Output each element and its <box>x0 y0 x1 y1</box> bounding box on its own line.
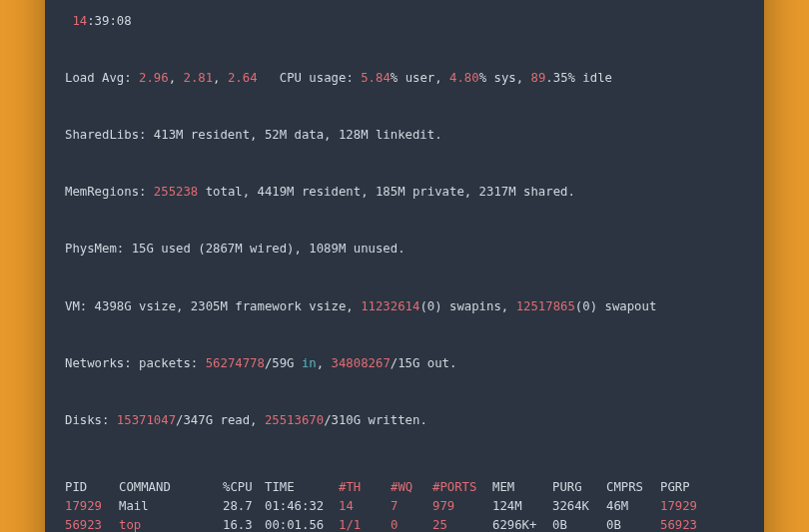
process-table-body: 17929Mail28.701:46:32147979124M3264K46M1… <box>65 497 744 532</box>
summary-block: Processes: 646 total, 2 running, 644 sle… <box>65 0 744 468</box>
cell-ports: 25 <box>432 516 488 532</box>
networks-line: Networks: packets: 56274778/59G in, 3480… <box>65 354 744 373</box>
cell-wq: 0 <box>391 516 428 532</box>
col-cmprs[interactable]: CMPRS <box>606 478 656 497</box>
cell-pgrp: 56923 <box>660 516 706 532</box>
cell-wq: 7 <box>391 497 428 516</box>
col-pgrp[interactable]: PGRP <box>660 478 706 497</box>
cell-mem: 6296K+ <box>492 516 548 532</box>
cell-cpu: 16.3 <box>223 516 261 532</box>
col-purg[interactable]: PURG <box>552 478 602 497</box>
cell-pgrp: 17929 <box>660 497 706 516</box>
cell-mem: 124M <box>492 497 548 516</box>
col-ports[interactable]: #PORTS <box>432 478 488 497</box>
cell-th: 14 <box>339 497 387 516</box>
col-wq[interactable]: #WQ <box>391 478 428 497</box>
cell-purg: 0B <box>552 516 602 532</box>
physmem-line: PhysMem: 15G used (2867M wired), 1089M u… <box>65 240 744 259</box>
cell-command: Mail <box>119 497 219 516</box>
table-row[interactable]: 17929Mail28.701:46:32147979124M3264K46M1… <box>65 497 744 516</box>
cell-cmprs: 0B <box>606 516 656 532</box>
cell-time: 00:01.56 <box>265 516 335 532</box>
col-time[interactable]: TIME <box>265 478 335 497</box>
cell-th: 1/1 <box>339 516 387 532</box>
load-line: Load Avg: 2.96, 2.81, 2.64 CPU usage: 5.… <box>65 69 744 88</box>
time-line: 14:39:08 <box>65 12 744 31</box>
col-th[interactable]: #TH <box>339 478 387 497</box>
col-pid[interactable]: PID <box>65 478 115 497</box>
vm-line: VM: 4398G vsize, 2305M framework vsize, … <box>65 297 744 316</box>
cell-purg: 3264K <box>552 497 602 516</box>
terminal-window: Processes: 646 total, 2 running, 644 sle… <box>45 0 764 532</box>
cell-pid: 17929 <box>65 497 115 516</box>
col-mem[interactable]: MEM <box>492 478 548 497</box>
process-table-header: PID COMMAND %CPU TIME #TH #WQ #PORTS MEM… <box>65 478 744 497</box>
cell-pid: 56923 <box>65 516 115 532</box>
cell-ports: 979 <box>432 497 488 516</box>
sharedlibs-line: SharedLibs: 413M resident, 52M data, 128… <box>65 126 744 145</box>
cell-time: 01:46:32 <box>265 497 335 516</box>
cell-command: top <box>119 516 219 532</box>
table-row[interactable]: 56923top16.300:01.561/10256296K+0B0B5692… <box>65 516 744 532</box>
col-command[interactable]: COMMAND <box>119 478 219 497</box>
cell-cpu: 28.7 <box>223 497 261 516</box>
col-cpu[interactable]: %CPU <box>223 478 261 497</box>
disks-line: Disks: 15371047/347G read, 25513670/310G… <box>65 411 744 430</box>
cell-cmprs: 46M <box>606 497 656 516</box>
memregions-line: MemRegions: 255238 total, 4419M resident… <box>65 183 744 202</box>
